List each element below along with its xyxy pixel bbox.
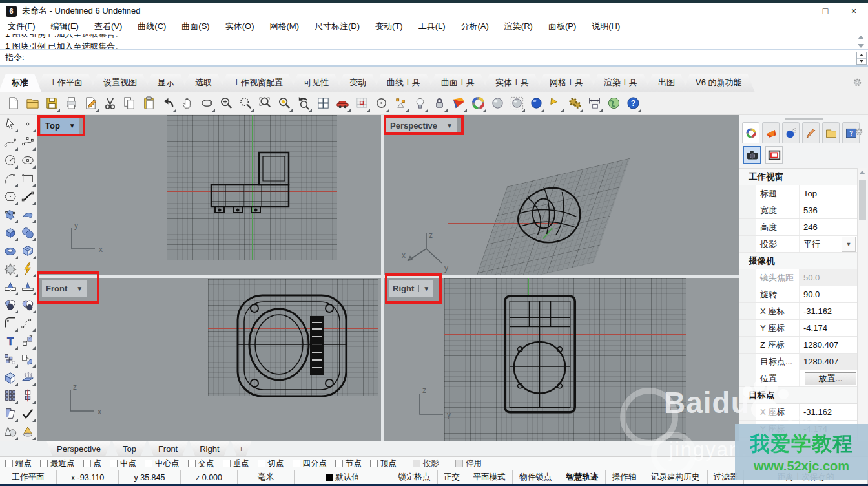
viewport-tab[interactable]: Front [148,441,188,456]
menu-item[interactable]: 分析(A) [461,21,489,32]
boolean-shapes-icon[interactable] [1,423,19,441]
osnap-toggle[interactable]: 端点 [5,458,32,469]
single-point-icon[interactable] [19,115,36,133]
status-cell[interactable]: 平面模式 [466,470,513,484]
ribbon-tab[interactable]: 工作平面 [36,74,96,92]
array-icon[interactable] [1,350,19,368]
checkbox-icon[interactable] [335,460,343,467]
osnap-toggle[interactable]: 中点 [110,458,136,469]
command-spinner[interactable] [856,52,867,65]
earth-icon[interactable] [604,94,623,112]
annotate-file-icon[interactable] [81,94,99,112]
curve-blend-icon[interactable] [19,314,36,332]
select-pointer-icon[interactable] [1,115,19,133]
zoom-selected-icon[interactable] [275,94,293,112]
scroll-down-icon[interactable] [858,44,864,48]
paste-icon[interactable] [140,94,158,112]
menu-item[interactable]: 曲线(C) [138,21,166,32]
ribbon-tab[interactable]: 渲染工具 [591,74,650,92]
cut-icon[interactable] [101,94,119,112]
color-wheel-icon[interactable] [469,94,487,112]
save-icon[interactable] [43,94,61,112]
menu-item[interactable]: 面板(P) [548,21,576,32]
options-gears-icon[interactable] [566,94,584,112]
spinner-up-icon[interactable] [857,52,866,59]
grid-snap-icon[interactable] [353,94,371,112]
point-objects-icon[interactable] [391,94,409,112]
spinner-down-icon[interactable] [857,59,866,65]
boolean-union-icon[interactable] [1,296,19,314]
render-settings-tab-icon[interactable] [782,122,800,143]
undo-icon[interactable] [159,94,177,112]
osnap-toggle[interactable]: 投影 [413,458,439,469]
status-cell[interactable]: z 0.000 [181,470,238,484]
menu-item[interactable]: 变动(T) [375,21,403,32]
notification-flag-icon[interactable] [546,94,564,112]
arc-icon[interactable] [1,169,19,187]
curved-surface-icon[interactable] [19,206,36,224]
status-cell[interactable]: x -93.110 [57,470,119,484]
osnap-toggle[interactable]: 垂点 [223,458,249,469]
print-icon[interactable] [62,94,80,112]
check-icon[interactable] [19,405,36,423]
checkbox-icon[interactable] [293,460,300,467]
control-point-curve-icon[interactable] [19,133,36,151]
spotlight-cone-icon[interactable] [19,423,36,441]
text-tool-icon[interactable]: T [1,332,19,350]
ribbon-tab[interactable]: 标准 [0,74,41,92]
zoom-dynamic-icon[interactable] [236,94,254,112]
viewport-tab[interactable]: Right [189,441,229,456]
status-cell[interactable]: 毫米 [238,470,294,484]
zoom-window-icon[interactable] [256,94,274,112]
osnap-toggle[interactable]: 切点 [258,458,284,469]
zoom-undo-icon[interactable] [294,94,313,112]
viewport-frame-tool-icon[interactable] [765,146,783,164]
viewport-layout-icon[interactable] [314,94,332,112]
rotate-view-icon[interactable] [198,94,216,112]
add-viewport-tab-button[interactable]: + [231,441,252,456]
trim-icon[interactable] [1,405,19,423]
menu-item[interactable]: 文件(F) [8,21,36,32]
viewport-perspective[interactable]: z x y Perspective▼ [384,115,739,275]
menu-item[interactable]: 工具(L) [418,21,446,32]
ribbon-tab[interactable]: 曲面工具 [428,74,488,92]
status-cell[interactable]: 操作轴 [606,470,643,484]
checkbox-icon[interactable] [370,460,378,467]
panel-grip[interactable] [785,118,823,120]
ribbon-tab[interactable]: 工作视窗配置 [220,74,296,92]
ribbon-gear-icon[interactable] [852,77,863,88]
checkbox-icon[interactable] [413,460,420,467]
viewport-top[interactable]: y x Top▼ [37,115,381,275]
new-file-icon[interactable] [4,94,22,112]
menu-item[interactable]: 尺寸标注(D) [315,21,360,32]
checkbox-icon[interactable] [5,460,13,467]
grid-array-icon[interactable] [1,386,19,405]
curve-fillet-icon[interactable] [1,314,19,332]
menu-item[interactable]: 说明(H) [592,21,620,32]
osnap-toggle[interactable]: 节点 [335,458,362,469]
ribbon-tab[interactable]: V6 的新功能 [683,74,755,92]
zoom-in-icon[interactable] [217,94,235,112]
linear-array-icon[interactable] [19,386,36,405]
menu-item[interactable]: 实体(O) [225,21,254,32]
status-cell[interactable]: 正交 [438,470,466,484]
circle-center-icon[interactable] [1,151,19,169]
polygon-icon[interactable] [1,187,19,206]
ribbon-tab[interactable]: 曲线工具 [374,74,433,92]
menu-item[interactable]: 渲染(R) [504,21,533,32]
scroll-up-icon[interactable] [859,171,865,174]
menu-item[interactable]: 编辑(E) [51,21,79,32]
move-car-icon[interactable] [333,94,351,112]
copy-icon[interactable] [120,94,138,112]
minimize-button[interactable]: — [783,3,811,19]
place-button[interactable]: 放置... [805,372,856,385]
command-input[interactable]: 指令: [0,50,868,67]
spheres-icon[interactable] [19,224,36,242]
ribbon-tab[interactable]: 实体工具 [482,74,542,92]
osnap-toggle[interactable]: 中心点 [145,458,180,469]
status-cell[interactable]: 记录建构历史 [643,470,708,484]
history-scrollbar[interactable] [855,34,867,49]
fillet-edge-icon[interactable] [1,278,19,296]
rendered-view-icon[interactable] [527,94,545,112]
menu-item[interactable]: 查看(V) [94,21,122,32]
